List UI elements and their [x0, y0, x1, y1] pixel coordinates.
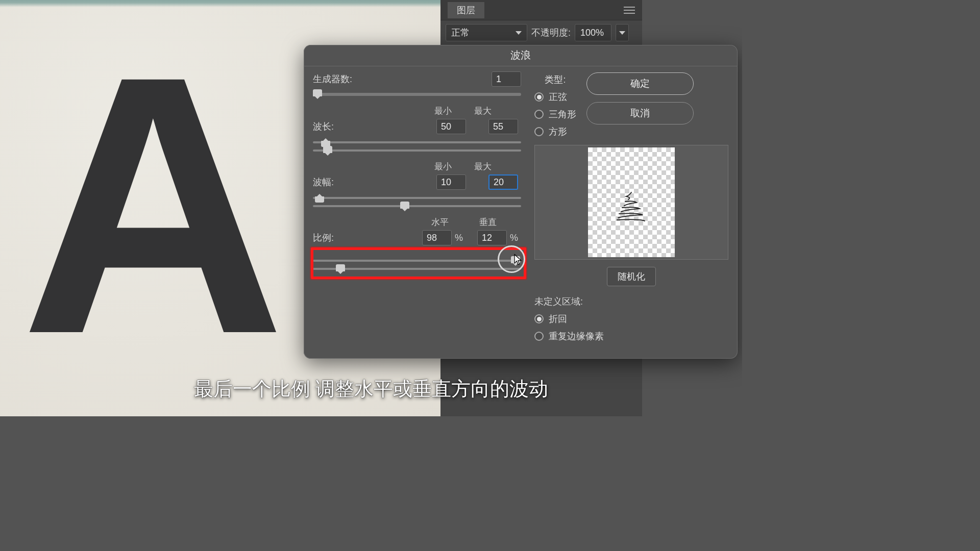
amplitude-max-label: 最大: [474, 161, 492, 172]
type-square-radio[interactable]: 方形: [534, 126, 576, 138]
wavelength-min-input[interactable]: 50: [436, 119, 466, 134]
scale-h-label: 水平: [431, 216, 449, 228]
scale-v-label: 垂直: [479, 216, 497, 228]
panel-menu-icon[interactable]: [624, 7, 635, 14]
opacity-stepper[interactable]: [616, 24, 629, 41]
amplitude-min-slider[interactable]: [313, 197, 521, 199]
opacity-value: 100%: [580, 28, 604, 38]
canvas-letter-a: A: [20, 31, 337, 380]
dialog-right-column: 类型: 正弦 三角形 方形 确定 取消: [534, 71, 728, 352]
scale-label: 比例:: [313, 232, 344, 244]
type-section: 类型: 正弦 三角形 方形: [534, 73, 576, 138]
dialog-left-column: 生成器数: 1 最小 最大 波长: 50 55: [313, 71, 521, 352]
wavelength-min-slider[interactable]: [313, 141, 521, 143]
type-title: 类型:: [534, 73, 576, 86]
layers-options-row: 正常 不透明度: 100%: [440, 20, 642, 45]
amplitude-max-input[interactable]: 20: [488, 174, 518, 190]
undef-repeat-radio[interactable]: 重复边缘像素: [534, 330, 728, 342]
percent-sign: %: [510, 233, 518, 243]
amplitude-min-input[interactable]: 10: [436, 174, 466, 190]
tutorial-highlight: [311, 247, 526, 279]
amplitude-max-slider[interactable]: [313, 205, 521, 207]
chevron-down-icon: [619, 31, 625, 35]
preview-box: [534, 145, 728, 260]
layers-tab[interactable]: 图层: [448, 2, 484, 18]
undefined-area-title: 未定义区域:: [534, 295, 728, 308]
amplitude-label: 波幅:: [313, 176, 344, 188]
radio-icon: [534, 127, 544, 136]
opacity-value-box[interactable]: 100%: [575, 24, 611, 41]
type-triangle-radio[interactable]: 三角形: [534, 108, 576, 120]
wave-dialog: 波浪 生成器数: 1 最小 最大 波长:: [304, 45, 738, 359]
amplitude-min-label: 最小: [434, 161, 452, 172]
randomize-button[interactable]: 随机化: [607, 267, 656, 286]
scale-v-input[interactable]: 12: [477, 230, 507, 245]
scale-h-input[interactable]: 98: [422, 230, 452, 245]
chevron-down-icon: [516, 31, 522, 35]
undefined-area-section: 未定义区域: 折回 重复边缘像素: [534, 295, 728, 342]
generators-label: 生成器数:: [313, 73, 352, 85]
scale-v-slider[interactable]: [313, 268, 521, 270]
blend-mode-select[interactable]: 正常: [446, 24, 527, 41]
radio-icon: [534, 110, 544, 119]
wavelength-max-slider[interactable]: [313, 149, 521, 152]
cancel-button[interactable]: 取消: [586, 102, 694, 124]
undef-wrap-radio[interactable]: 折回: [534, 313, 728, 325]
ok-button[interactable]: 确定: [586, 72, 694, 95]
scale-h-slider[interactable]: [313, 260, 521, 262]
generators-input[interactable]: 1: [492, 71, 521, 87]
radio-icon: [534, 332, 544, 341]
radio-icon: [534, 92, 544, 102]
layers-panel-header: 图层: [440, 0, 642, 20]
opacity-label: 不透明度:: [531, 27, 571, 39]
wavelength-min-label: 最小: [434, 105, 452, 117]
blend-mode-value: 正常: [451, 27, 470, 39]
radio-icon: [534, 314, 544, 323]
preview-checker: [588, 147, 675, 257]
percent-sign: %: [455, 233, 463, 243]
type-sine-radio[interactable]: 正弦: [534, 91, 576, 103]
wavelength-max-input[interactable]: 55: [488, 119, 518, 134]
tutorial-subtitle: 最后一个比例 调整水平或垂直方向的波动: [194, 376, 549, 402]
wavelength-label: 波长:: [313, 120, 344, 133]
dialog-title: 波浪: [304, 45, 738, 66]
preview-wave-letter: [611, 188, 652, 234]
wavelength-max-label: 最大: [474, 105, 492, 117]
generators-slider[interactable]: [313, 93, 521, 96]
